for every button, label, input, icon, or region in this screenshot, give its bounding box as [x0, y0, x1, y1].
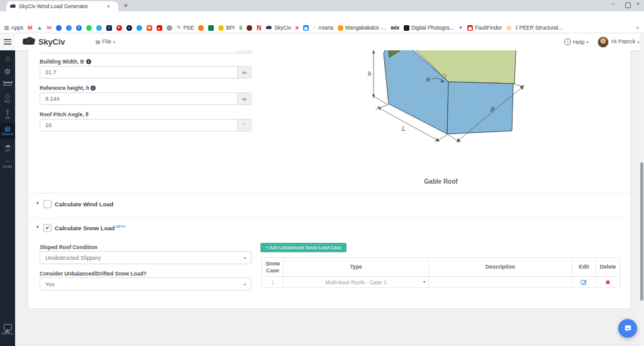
- bookmark-youtube[interactable]: ▸: [157, 25, 162, 31]
- bookmark-m-orange[interactable]: M: [147, 25, 152, 31]
- slack-icon: ⌗: [296, 25, 299, 31]
- gear-icon: ⚙: [4, 68, 11, 75]
- window-minimize-button[interactable]: –: [611, 1, 614, 7]
- calculate-snow-load-label: Calculate Snow LoadBETA: [55, 225, 125, 232]
- user-menu[interactable]: Hi Patrick ▾: [611, 38, 640, 45]
- bookmark-gray[interactable]: [167, 25, 172, 31]
- bookmark-whatsapp[interactable]: [86, 25, 92, 31]
- gable-roof-diagram: h θ L B: [343, 50, 538, 147]
- bookmark-slack[interactable]: ⌗: [296, 25, 299, 31]
- col-delete: Delete: [596, 258, 620, 277]
- sloped-roof-condition-select[interactable]: Unobstructed Slippery ▾: [40, 251, 252, 264]
- snow-case-type-select[interactable]: Multi-level Roofs - Case 1 ▾: [284, 277, 429, 288]
- screen: SkyCiv Wind Load Generator × + – × ← → ↻…: [0, 0, 644, 346]
- bookmark-feather[interactable]: ✦: [458, 25, 464, 31]
- edit-pencil-icon[interactable]: [580, 279, 587, 286]
- bookmark-excel[interactable]: [208, 25, 214, 31]
- calculate-wind-load-checkbox[interactable]: [43, 200, 52, 208]
- collapse-caret-icon[interactable]: ▾: [36, 225, 39, 230]
- bookmark-wix[interactable]: wix: [391, 25, 399, 31]
- bookmark-twitter[interactable]: [136, 25, 142, 31]
- window-close-button[interactable]: ×: [636, 1, 640, 7]
- bookmark-mangakakalot[interactable]: Mangakakalot -...: [338, 25, 386, 31]
- wind-load-form-card: Building Width, B i m Reference height, …: [28, 50, 631, 309]
- bookmark-blue-grid[interactable]: ▦: [303, 25, 309, 31]
- unbalanced-snow-select[interactable]: Yes ▾: [40, 277, 252, 291]
- add-unbalanced-snow-load-case-button[interactable]: + Add Unbalanced Snow Load Case: [260, 243, 347, 252]
- new-tab-button[interactable]: +: [123, 1, 128, 10]
- sidebar-item-design[interactable]: ▤DESIGN: [0, 123, 15, 139]
- building-width-unit: m: [237, 67, 251, 78]
- window-restore-button[interactable]: [625, 3, 631, 8]
- app-logo[interactable]: SkyCiv: [21, 36, 65, 47]
- browser-tab[interactable]: SkyCiv Wind Load Generator ×: [6, 1, 118, 11]
- section-divider: [28, 218, 629, 218]
- chat-launcher-button[interactable]: [618, 319, 637, 338]
- pse-icon: ✎: [177, 25, 182, 31]
- edit-cell[interactable]: [572, 277, 596, 288]
- bookmark-faultfinder[interactable]: ▦FaultFinder: [467, 25, 502, 31]
- help-menu[interactable]: ? Help ▾: [564, 38, 589, 45]
- drive-icon: ▲: [36, 25, 42, 31]
- col-type: Type: [284, 258, 429, 277]
- bookmark-bpi[interactable]: BPI: [218, 25, 235, 31]
- bookmark-orange-ring[interactable]: ◎: [506, 25, 511, 31]
- bookmark-pinterest[interactable]: P: [116, 25, 122, 31]
- bookmark-peer[interactable]: iPEER Structural...: [516, 25, 562, 31]
- bookmark-asana[interactable]: ∴Asana: [313, 25, 333, 31]
- browser-url-bar: ← → ↻ platform.skyciv.com/design/wind?pr…: [0, 11, 644, 23]
- bookmark-messenger[interactable]: [56, 25, 62, 31]
- sidebar-item-s3d[interactable]: ◇S3D: [0, 90, 15, 106]
- bookmark-gmail[interactable]: M: [28, 25, 33, 31]
- bookmark-telegram[interactable]: [96, 25, 102, 31]
- sidebar-item-api[interactable]: ☁API: [0, 139, 15, 155]
- sidebar-toggle-button[interactable]: [0, 33, 15, 50]
- sidebar-item-install[interactable]: INSTALL: [0, 321, 15, 338]
- bookmark-sprout[interactable]: $: [239, 25, 242, 31]
- sidebar-item-more[interactable]: ⋯MORE: [0, 155, 15, 172]
- reference-height-input[interactable]: [40, 93, 237, 104]
- bookmark-drive[interactable]: ▲: [36, 25, 42, 31]
- snow-case-description[interactable]: [429, 277, 572, 288]
- info-icon[interactable]: i: [91, 86, 96, 91]
- building-width-input[interactable]: [40, 67, 237, 78]
- calculate-snow-load-checkbox[interactable]: ✔: [43, 224, 52, 232]
- orange-ring-icon: ◎: [506, 25, 511, 31]
- bookmark-maroon[interactable]: [247, 25, 252, 31]
- bookmark-facebook[interactable]: f: [76, 25, 82, 31]
- facebook-icon: f: [76, 25, 82, 31]
- bookmark-tumblr[interactable]: t: [126, 25, 132, 31]
- collapse-caret-icon[interactable]: ▾: [36, 201, 39, 206]
- sidebar-item-settings[interactable]: ⚙: [0, 65, 15, 79]
- sidebar-item-beam[interactable]: BEAM: [0, 79, 15, 90]
- netflix-icon: N: [257, 25, 261, 31]
- sidebar-item-home[interactable]: ⌂: [0, 50, 15, 65]
- snow-case-number: 1: [262, 277, 284, 288]
- delete-x-icon[interactable]: ✖: [596, 277, 620, 288]
- user-avatar[interactable]: [597, 36, 609, 48]
- bookmark-pse[interactable]: ✎PSE: [177, 25, 194, 31]
- bookmark-circle-blue[interactable]: [66, 25, 72, 31]
- file-menu[interactable]: ▤ File ▾: [96, 38, 115, 45]
- sidebar-item-sb[interactable]: TSB: [0, 106, 15, 123]
- reference-height-label: Reference height, h i: [40, 85, 96, 91]
- apps-grid-icon: ▦: [4, 25, 9, 31]
- col-snow-case: Snow Case: [262, 258, 284, 277]
- bookmark-netflix[interactable]: N: [257, 25, 261, 31]
- info-icon[interactable]: i: [86, 59, 91, 64]
- roof-pitch-input[interactable]: [40, 120, 237, 131]
- bookmark-mail[interactable]: ✉: [47, 25, 52, 31]
- cutoff-input-field[interactable]: [40, 50, 252, 53]
- roof-pitch-group: °: [40, 119, 252, 131]
- bookmark-digital-photography[interactable]: Digital Photogra...: [404, 25, 454, 31]
- more-dots-icon: ⋯: [4, 159, 11, 165]
- bookmark-wattpad[interactable]: [198, 25, 204, 31]
- bookmark-skyciv[interactable]: SkyCiv: [265, 25, 291, 31]
- page-scrollbar-thumb[interactable]: [640, 162, 643, 301]
- bookmark-z-app[interactable]: Z: [106, 25, 112, 31]
- tab-close-icon[interactable]: ×: [107, 4, 110, 9]
- bookmarks-overflow-chevron[interactable]: »: [636, 25, 639, 31]
- skyciv-logo-cloud-icon: [21, 36, 36, 47]
- bookmark-apps[interactable]: ▦Apps: [4, 25, 23, 31]
- maroon-app-icon: [247, 25, 252, 31]
